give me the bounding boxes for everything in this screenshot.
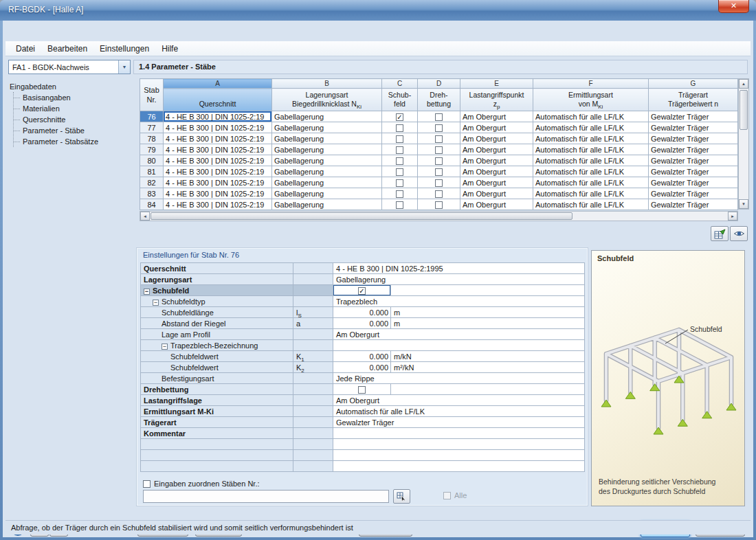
cell-schubfeld[interactable]: ✓ <box>382 111 418 122</box>
vertical-scrollbar[interactable]: ▲ ▼ <box>738 78 749 210</box>
cell-lagerungsart[interactable]: Gabellagerung <box>272 111 382 122</box>
cell-lastangriffspunkt[interactable]: Am Obergurt <box>460 199 533 210</box>
setting-value[interactable]: Trapezblech <box>333 296 585 307</box>
cell-traegerart[interactable]: Gewalzter Träger <box>649 166 738 177</box>
cell-traegerart[interactable]: Gewalzter Träger <box>649 199 738 210</box>
cell-querschnitt[interactable]: 4 - HE B 300 | DIN 1025-2:19 <box>164 111 272 122</box>
row-number[interactable]: 78 <box>140 133 164 144</box>
setting-value[interactable] <box>333 428 585 439</box>
vertical-scroll-thumb[interactable] <box>740 90 748 130</box>
setting-checkbox[interactable]: ✓ <box>358 287 366 295</box>
tree-item-querschnitte[interactable]: Querschnitte <box>14 114 131 125</box>
row-number[interactable]: 79 <box>140 144 164 155</box>
scroll-left-icon[interactable]: ◄ <box>140 212 150 221</box>
cell-ermittlungsart[interactable]: Automatisch für alle LF/LK <box>533 177 649 188</box>
schubfeld-checkbox[interactable] <box>396 157 403 165</box>
drehbettung-checkbox[interactable] <box>435 179 443 187</box>
cell-querschnitt[interactable]: 4 - HE B 300 | DIN 1025-2:19 <box>164 166 272 177</box>
cell-querschnitt[interactable]: 4 - HE B 300 | DIN 1025-2:19 <box>164 199 272 210</box>
setting-value[interactable]: 0.000 <box>333 307 391 318</box>
cell-drehbettung[interactable] <box>418 177 460 188</box>
row-number[interactable]: 80 <box>140 155 164 166</box>
cell-traegerart[interactable]: Gewalzter Träger <box>649 133 738 144</box>
tree-item-parameter-stabsaetze[interactable]: Parameter - Stabsätze <box>14 136 131 147</box>
cell-lastangriffspunkt[interactable]: Am Obergurt <box>460 166 533 177</box>
cell-drehbettung[interactable] <box>418 188 460 199</box>
drehbettung-checkbox[interactable] <box>435 190 443 198</box>
cell-drehbettung[interactable] <box>418 166 460 177</box>
title-bar[interactable]: RF-BGDK - [Halle A] ✕ <box>0 0 756 21</box>
column-letter-C[interactable]: C <box>382 79 418 89</box>
schubfeld-checkbox[interactable] <box>396 179 403 187</box>
assign-members-checkbox[interactable] <box>143 480 151 488</box>
setting-value[interactable]: Am Obergurt <box>333 329 585 340</box>
row-number[interactable]: 83 <box>140 188 164 199</box>
column-letter-A[interactable]: A <box>164 79 272 89</box>
setting-value[interactable]: 0.000 <box>333 351 391 362</box>
row-number[interactable]: 76 <box>140 111 164 122</box>
row-number[interactable]: 82 <box>140 177 164 188</box>
cell-lagerungsart[interactable]: Gabellagerung <box>272 166 382 177</box>
cell-traegerart[interactable]: Gewalzter Träger <box>649 122 738 133</box>
horizontal-scrollbar[interactable]: ◄ ► <box>140 211 738 221</box>
cell-querschnitt[interactable]: 4 - HE B 300 | DIN 1025-2:19 <box>164 177 272 188</box>
drehbettung-checkbox[interactable] <box>435 201 443 209</box>
assign-members-input[interactable] <box>143 490 389 503</box>
setting-value[interactable] <box>333 384 391 395</box>
row-number[interactable]: 81 <box>140 166 164 177</box>
setting-value[interactable]: Jede Rippe <box>333 373 585 384</box>
menu-bearbeiten[interactable]: Bearbeiten <box>41 42 93 56</box>
collapse-icon[interactable]: − <box>162 344 168 350</box>
cell-lagerungsart[interactable]: Gabellagerung <box>272 155 382 166</box>
cell-drehbettung[interactable] <box>418 144 460 155</box>
tree-item-parameter-staebe[interactable]: Parameter - Stäbe <box>14 125 131 136</box>
row-number[interactable]: 77 <box>140 122 164 133</box>
drehbettung-checkbox[interactable] <box>435 135 443 143</box>
cell-schubfeld[interactable] <box>382 122 418 133</box>
tree-item-materialien[interactable]: Materialien <box>14 103 131 114</box>
pick-members-button[interactable] <box>393 489 410 504</box>
cell-lastangriffspunkt[interactable]: Am Obergurt <box>460 155 533 166</box>
schubfeld-checkbox[interactable] <box>396 168 403 176</box>
menu-hilfe[interactable]: Hilfe <box>155 42 184 56</box>
cell-lastangriffspunkt[interactable]: Am Obergurt <box>460 177 533 188</box>
cell-ermittlungsart[interactable]: Automatisch für alle LF/LK <box>533 188 649 199</box>
cell-schubfeld[interactable] <box>382 133 418 144</box>
cell-drehbettung[interactable] <box>418 122 460 133</box>
setting-value[interactable]: 4 - HE B 300 | DIN 1025-2:1995 <box>333 263 585 274</box>
drehbettung-checkbox[interactable] <box>435 146 443 154</box>
collapse-icon[interactable]: − <box>153 300 159 306</box>
cell-ermittlungsart[interactable]: Automatisch für alle LF/LK <box>533 144 649 155</box>
cell-querschnitt[interactable]: 4 - HE B 300 | DIN 1025-2:19 <box>164 155 272 166</box>
cell-querschnitt[interactable]: 4 - HE B 300 | DIN 1025-2:19 <box>164 133 272 144</box>
schubfeld-checkbox[interactable] <box>396 135 403 143</box>
cell-schubfeld[interactable] <box>382 144 418 155</box>
setting-value[interactable]: 0.000 <box>333 362 391 373</box>
cell-lagerungsart[interactable]: Gabellagerung <box>272 188 382 199</box>
cell-drehbettung[interactable] <box>418 133 460 144</box>
setting-value[interactable]: 0.000 <box>333 318 391 329</box>
column-letter-D[interactable]: D <box>418 79 460 89</box>
row-number[interactable]: 84 <box>140 199 164 210</box>
cell-lagerungsart[interactable]: Gabellagerung <box>272 144 382 155</box>
settings-grid[interactable]: Querschnitt4 - HE B 300 | DIN 1025-2:199… <box>140 262 585 472</box>
cell-querschnitt[interactable]: 4 - HE B 300 | DIN 1025-2:19 <box>164 122 272 133</box>
schubfeld-checkbox[interactable]: ✓ <box>396 113 403 121</box>
cell-schubfeld[interactable] <box>382 166 418 177</box>
drehbettung-checkbox[interactable] <box>435 168 443 176</box>
column-letter-F[interactable]: F <box>533 79 649 89</box>
cell-ermittlungsart[interactable]: Automatisch für alle LF/LK <box>533 133 649 144</box>
setting-value[interactable]: ✓ <box>333 285 391 296</box>
schubfeld-checkbox[interactable] <box>396 124 403 132</box>
param-table[interactable]: StabNr.ABCDEFGQuerschnittLagerungsartBie… <box>140 78 738 210</box>
cell-drehbettung[interactable] <box>418 155 460 166</box>
column-letter-B[interactable]: B <box>272 79 382 89</box>
cell-lagerungsart[interactable]: Gabellagerung <box>272 122 382 133</box>
cell-lastangriffspunkt[interactable]: Am Obergurt <box>460 144 533 155</box>
cell-traegerart[interactable]: Gewalzter Träger <box>649 188 738 199</box>
scroll-down-icon[interactable]: ▼ <box>739 199 748 209</box>
menu-einstellungen[interactable]: Einstellungen <box>93 42 155 56</box>
setting-checkbox[interactable] <box>358 386 366 394</box>
cell-drehbettung[interactable] <box>418 111 460 122</box>
cell-lagerungsart[interactable]: Gabellagerung <box>272 177 382 188</box>
